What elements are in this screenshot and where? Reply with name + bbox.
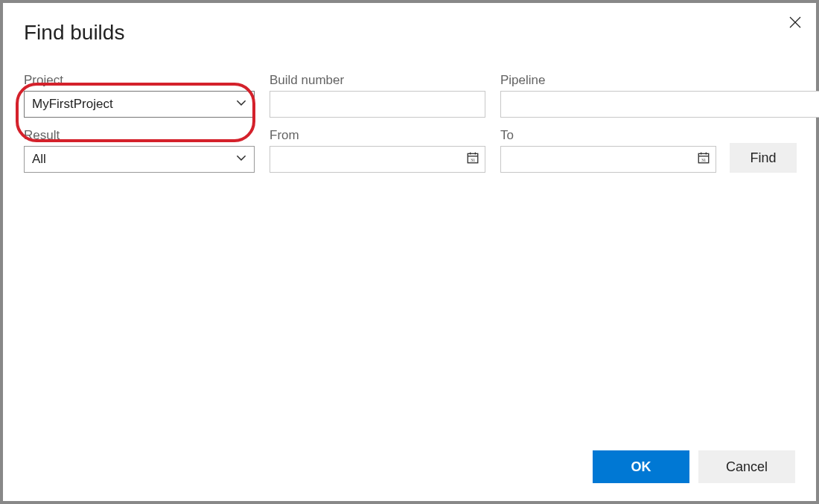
chevron-down-icon [235,96,248,113]
dialog-title: Find builds [24,21,795,45]
close-icon[interactable] [783,10,807,34]
result-field: Result All [24,128,255,173]
from-label: From [270,128,485,143]
build-number-label: Build number [270,73,485,88]
to-label: To [500,128,716,143]
svg-text:31: 31 [701,157,707,162]
result-value: All [32,152,46,167]
calendar-icon[interactable]: 31 [697,151,710,168]
to-field: To 31 [500,128,716,173]
project-dropdown[interactable]: MyFirstProject [24,91,255,118]
find-button[interactable]: Find [730,143,797,173]
svg-text:31: 31 [471,157,476,162]
build-number-input[interactable] [270,91,485,118]
pipeline-label: Pipeline [500,73,819,88]
pipeline-input[interactable] [500,91,819,118]
from-date-input[interactable] [270,146,485,173]
chevron-down-icon [235,151,248,168]
result-label: Result [24,128,255,143]
to-date-input[interactable] [500,146,716,173]
build-number-field: Build number [270,73,485,118]
dialog-footer: OK Cancel [593,450,795,483]
project-label: Project [24,73,255,88]
find-builds-dialog: Find builds Project MyFirstProject Build… [3,3,816,501]
result-dropdown[interactable]: All [24,146,255,173]
pipeline-field: Pipeline [500,73,819,118]
cancel-button[interactable]: Cancel [698,450,795,483]
calendar-icon[interactable]: 31 [466,151,479,168]
project-field: Project MyFirstProject [24,73,255,118]
from-field: From 31 [270,128,485,173]
ok-button[interactable]: OK [593,450,689,483]
filter-form: Project MyFirstProject Build number Pipe… [24,73,795,173]
project-value: MyFirstProject [32,97,113,112]
